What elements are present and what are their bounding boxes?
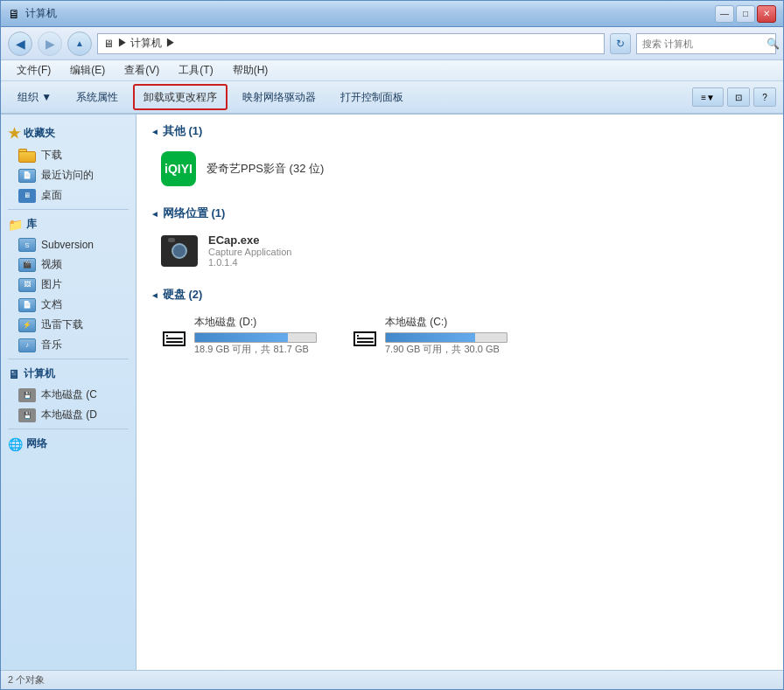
sidebar-item-desktop[interactable]: 🖥 桌面 [1, 185, 136, 206]
drive-d-wrapper: 🖴 本地磁盘 (D:) 18.9 GB 可用，共 81.7 GB [161, 315, 317, 356]
other-section-header: 其他 (1) [150, 123, 769, 139]
network-section: 🌐 网络 [1, 433, 136, 455]
sidebar-item-videos[interactable]: 🎬 视频 [1, 254, 136, 275]
sidebar-item-local-d[interactable]: 💾 本地磁盘 (D [1, 405, 136, 425]
network-label: 网络 [26, 436, 47, 451]
sidebar-subversion-label: Subversion [41, 239, 94, 251]
minimize-button[interactable]: — [715, 5, 734, 23]
sidebar-local-c-label: 本地磁盘 (C [41, 387, 97, 402]
subversion-icon: S [18, 238, 36, 252]
drive-d-bar-container [194, 332, 317, 343]
sidebar: ★ 收藏夹 下载 📄 最近访问的 🖥 桌面 [1, 115, 136, 670]
sidebar-item-thunder[interactable]: ⚡ 迅雷下载 [1, 315, 136, 335]
system-properties-button[interactable]: 系统属性 [66, 84, 128, 110]
toolbar-right: ≡▼ ⊡ ? [692, 87, 776, 107]
disk-section-title: 硬盘 (2) [163, 287, 203, 303]
divider-2 [8, 359, 129, 359]
view-options-button[interactable]: ≡▼ [692, 87, 724, 107]
drive-d-bar [195, 333, 288, 342]
uninstall-button[interactable]: 卸载或更改程序 [133, 84, 228, 110]
explorer-window: 🖥 计算机 — □ ✕ ◀ ▶ ▲ 🖥 ▶ 计算机 ▶ ↻ 🔍 文件(F) 编辑… [0, 0, 784, 690]
sidebar-recent-label: 最近访问的 [41, 168, 94, 183]
camera-lens [172, 243, 187, 259]
organize-button[interactable]: 组织 ▼ [8, 84, 61, 110]
menu-tools[interactable]: 工具(T) [170, 61, 221, 80]
library-icon: 📁 [8, 218, 23, 232]
iqiyi-name: 爱奇艺PPS影音 (32 位) [206, 161, 324, 177]
search-box[interactable]: 🔍 [636, 33, 776, 54]
status-bar: 2 个对象 [1, 670, 783, 689]
menu-help[interactable]: 帮助(H) [224, 61, 277, 80]
ecap-ver: 1.0.1.4 [208, 257, 291, 268]
help-button[interactable]: ? [753, 87, 776, 107]
local-c-icon: 💾 [18, 388, 36, 402]
iqiyi-icon: iQIYI [161, 151, 196, 186]
library-section: 📁 库 S Subversion 🎬 视频 🖼 图片 📄 文档 [1, 213, 136, 355]
preview-pane-button[interactable]: ⊡ [727, 87, 750, 107]
folder-icon-downloads [18, 149, 36, 163]
sidebar-item-downloads[interactable]: 下载 [1, 145, 136, 165]
address-path[interactable]: 🖥 ▶ 计算机 ▶ [97, 33, 605, 54]
search-input[interactable] [642, 38, 763, 49]
menu-view[interactable]: 查看(V) [116, 61, 168, 80]
other-section: 其他 (1) iQIYI 爱奇艺PPS影音 (32 位) [150, 123, 769, 192]
iqiyi-item[interactable]: iQIYI 爱奇艺PPS影音 (32 位) [150, 146, 769, 192]
sidebar-thunder-label: 迅雷下载 [41, 317, 83, 332]
folder-icon-small: 🖥 [103, 38, 114, 50]
network-header: 🌐 网络 [1, 433, 136, 455]
title-bar-icon: 🖥 [8, 7, 20, 21]
pictures-icon: 🖼 [18, 278, 36, 292]
ecap-info: ECap.exe Capture Application 1.0.1.4 [208, 233, 291, 268]
drive-d-label: 本地磁盘 (D:) [194, 315, 317, 330]
sidebar-item-music[interactable]: ♪ 音乐 [1, 335, 136, 355]
sidebar-item-pictures[interactable]: 🖼 图片 [1, 275, 136, 295]
main-layout: ★ 收藏夹 下载 📄 最近访问的 🖥 桌面 [1, 115, 783, 670]
maximize-button[interactable]: □ [736, 5, 755, 23]
menu-file[interactable]: 文件(F) [8, 61, 60, 80]
forward-button[interactable]: ▶ [38, 31, 62, 56]
title-bar: 🖥 计算机 — □ ✕ [1, 1, 783, 27]
desktop-icon: 🖥 [18, 189, 36, 203]
ecap-name: ECap.exe [208, 233, 291, 247]
close-button[interactable]: ✕ [757, 5, 776, 23]
sidebar-item-documents[interactable]: 📄 文档 [1, 295, 136, 315]
ecap-item[interactable]: ECap.exe Capture Application 1.0.1.4 [150, 228, 769, 273]
sidebar-item-subversion[interactable]: S Subversion [1, 235, 136, 254]
drive-c-bar [386, 333, 475, 342]
sidebar-pictures-label: 图片 [41, 277, 62, 292]
up-button[interactable]: ▲ [67, 31, 92, 56]
favorites-section: ★ 收藏夹 下载 📄 最近访问的 🖥 桌面 [1, 122, 136, 206]
favorites-header: ★ 收藏夹 [1, 122, 136, 145]
back-button[interactable]: ◀ [8, 31, 32, 56]
divider-3 [8, 429, 129, 429]
network-location-header: 网络位置 (1) [150, 206, 769, 221]
search-icon: 🔍 [766, 38, 780, 50]
sidebar-item-recent[interactable]: 📄 最近访问的 [1, 165, 136, 185]
library-header: 📁 库 [1, 213, 136, 235]
thunder-icon: ⚡ [18, 318, 36, 332]
title-bar-title: 计算机 [25, 6, 57, 21]
title-bar-left: 🖥 计算机 [8, 6, 57, 21]
network-location-section: 网络位置 (1) ECap.exe Capture Application 1.… [150, 206, 769, 273]
status-text: 2 个对象 [8, 673, 45, 687]
star-icon: ★ [8, 125, 20, 142]
drive-c-icon: 🖴 [352, 323, 378, 349]
drive-c-bar-container [385, 332, 508, 343]
sidebar-item-local-c[interactable]: 💾 本地磁盘 (C [1, 385, 136, 405]
refresh-button[interactable]: ↻ [610, 33, 631, 54]
drive-d-free: 18.9 GB 可用，共 81.7 GB [194, 343, 317, 356]
drive-c-free: 7.90 GB 可用，共 30.0 GB [385, 343, 508, 356]
favorites-label: 收藏夹 [24, 126, 55, 141]
address-text: ▶ 计算机 ▶ [117, 36, 176, 51]
drives-grid: 🖴 本地磁盘 (D:) 18.9 GB 可用，共 81.7 GB [150, 310, 769, 361]
drive-c-item[interactable]: 🖴 本地磁盘 (C:) 7.90 GB 可用，共 30.0 GB [352, 315, 508, 356]
sidebar-downloads-label: 下载 [41, 148, 62, 163]
menu-edit[interactable]: 编辑(E) [61, 61, 114, 80]
camera-flash [168, 238, 175, 242]
control-panel-button[interactable]: 打开控制面板 [331, 84, 413, 110]
title-bar-controls: — □ ✕ [715, 5, 776, 23]
map-drive-button[interactable]: 映射网络驱动器 [233, 84, 326, 110]
recent-icon: 📄 [18, 169, 36, 183]
drive-d-item[interactable]: 🖴 本地磁盘 (D:) 18.9 GB 可用，共 81.7 GB [161, 315, 317, 356]
computer-label: 计算机 [24, 366, 55, 381]
